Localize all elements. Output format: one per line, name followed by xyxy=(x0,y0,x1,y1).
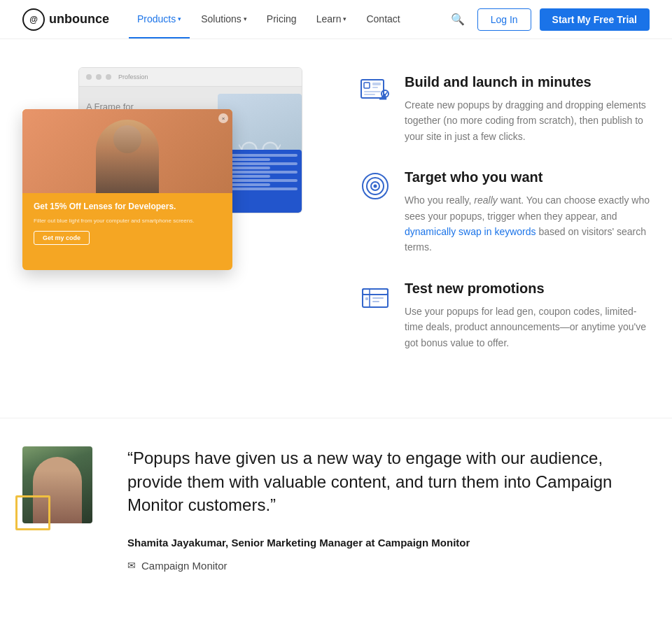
browser-bar: Profession xyxy=(79,68,302,87)
promo-icon xyxy=(358,281,392,314)
feature-target: Target who you want Who you really, real… xyxy=(358,169,650,255)
svg-rect-13 xyxy=(372,87,378,88)
popup-cta-button[interactable]: Get my code xyxy=(34,231,90,245)
feature-promo: Test new promotions Use your popups for … xyxy=(358,281,650,351)
author-name: Shamita Jayakumar, Senior Marketing Mana… xyxy=(127,537,650,549)
logo[interactable]: @ unbounce xyxy=(22,8,109,31)
trial-button[interactable]: Start My Free Trial xyxy=(540,8,650,31)
browser-dot-3 xyxy=(106,74,111,80)
logo-text: unbounce xyxy=(49,12,109,27)
testimonial-avatar xyxy=(22,446,99,523)
author-bold-name: Shamita Jayakumar, xyxy=(127,537,228,549)
chevron-down-icon: ▾ xyxy=(178,15,181,22)
popup-demo: Profession A Frame forEvery Occasion. xyxy=(22,67,316,333)
company-name: Campaign Monitor xyxy=(141,560,227,572)
nav-solutions[interactable]: Solutions ▾ xyxy=(192,1,255,38)
feature-target-text: Target who you want Who you really, real… xyxy=(405,169,650,255)
popup-content: × Get 15% Off Lenses for Developers. Fil… xyxy=(22,193,232,270)
feature-launch-desc: Create new popups by dragging and droppi… xyxy=(405,97,650,144)
main-content: Profession A Frame forEvery Occasion. xyxy=(0,39,672,418)
blue-pattern-tile xyxy=(225,150,302,213)
browser-dot-1 xyxy=(86,74,92,80)
popup-close-button[interactable]: × xyxy=(218,113,228,123)
feature-promo-title: Test new promotions xyxy=(405,281,650,297)
search-button[interactable]: 🔍 xyxy=(447,8,469,30)
nav-contact[interactable]: Contact xyxy=(358,1,408,38)
svg-rect-12 xyxy=(372,83,381,85)
chevron-down-icon: ▾ xyxy=(343,15,346,22)
feature-launch-text: Build and launch in minutes Create new p… xyxy=(405,74,650,144)
nav-pricing[interactable]: Pricing xyxy=(258,1,305,38)
nav-links: Products ▾ Solutions ▾ Pricing Learn ▾ C… xyxy=(129,1,447,38)
quote-text: “Popups have given us a new way to engag… xyxy=(127,446,650,517)
svg-rect-14 xyxy=(364,91,381,92)
browser-url: Profession xyxy=(118,73,148,80)
search-icon: 🔍 xyxy=(451,13,465,25)
svg-point-20 xyxy=(374,185,377,188)
popup-overlay: × Get 15% Off Lenses for Developers. Fil… xyxy=(22,109,232,270)
popup-subtext: Filter out blue light from your computer… xyxy=(34,217,221,225)
feature-target-desc: Who you really, really want. You can cho… xyxy=(405,192,650,255)
navbar: @ unbounce Products ▾ Solutions ▾ Pricin… xyxy=(0,0,672,39)
company-logo: ✉ Campaign Monitor xyxy=(127,560,650,572)
feature-target-title: Target who you want xyxy=(405,169,650,185)
svg-rect-26 xyxy=(372,301,379,302)
feature-promo-desc: Use your popups for lead gen, coupon cod… xyxy=(405,304,650,351)
launch-icon xyxy=(358,74,392,108)
chevron-down-icon: ▾ xyxy=(244,15,247,22)
target-link[interactable]: dynamically swap in keywords xyxy=(405,226,536,237)
testimonial-section: “Popups have given us a new way to engag… xyxy=(0,418,672,614)
svg-rect-24 xyxy=(365,297,368,300)
svg-line-4 xyxy=(278,145,281,150)
svg-rect-22 xyxy=(363,289,388,295)
testimonial-content: “Popups have given us a new way to engag… xyxy=(127,446,650,572)
features-panel: Build and launch in minutes Create new p… xyxy=(358,67,650,376)
browser-dot-2 xyxy=(96,74,102,80)
nav-right: 🔍 Log In Start My Free Trial xyxy=(447,8,650,31)
target-icon xyxy=(358,169,392,203)
avatar-border-decoration xyxy=(15,495,50,530)
login-button[interactable]: Log In xyxy=(477,8,531,31)
popup-headline: Get 15% Off Lenses for Developers. xyxy=(34,202,221,213)
author-title: Senior Marketing Manager at Campaign Mon… xyxy=(231,537,470,549)
feature-launch-title: Build and launch in minutes xyxy=(405,74,650,90)
svg-rect-11 xyxy=(364,83,370,88)
feature-promo-text: Test new promotions Use your popups for … xyxy=(405,281,650,351)
feature-launch: Build and launch in minutes Create new p… xyxy=(358,74,650,144)
person-head xyxy=(113,125,141,153)
svg-rect-15 xyxy=(364,94,375,95)
nav-products[interactable]: Products ▾ xyxy=(129,1,190,38)
popup-hero-image xyxy=(22,109,232,193)
logo-icon: @ xyxy=(22,8,45,31)
envelope-icon: ✉ xyxy=(127,560,136,571)
svg-rect-25 xyxy=(372,297,384,299)
svg-line-3 xyxy=(239,145,242,150)
nav-learn[interactable]: Learn ▾ xyxy=(308,1,356,38)
person-figure xyxy=(96,120,159,193)
